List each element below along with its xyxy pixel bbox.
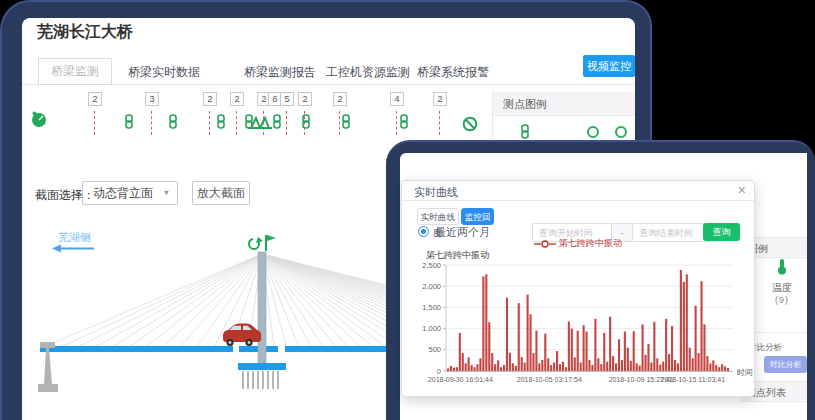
page-title: 芜湖长江大桥 [37, 22, 133, 43]
temperature-label: 温度 [757, 281, 807, 295]
dialog-tab-monitor-playback[interactable]: 监控回放 [461, 208, 494, 225]
svg-text:2018-10-15 11:03:41: 2018-10-15 11:03:41 [661, 376, 726, 383]
sensor-dash [209, 111, 210, 135]
sensor-count-badge: 2 [333, 92, 347, 106]
chain-link-icon [123, 114, 135, 129]
temperature-count: (9) [757, 295, 807, 305]
section-select-dropdown[interactable]: 动态背立面 ▼ [82, 181, 178, 205]
ring-icon [587, 126, 599, 138]
sensor-count-badge: 5 [280, 92, 294, 106]
sensor-dash [236, 111, 237, 135]
svg-text:2018-10-05 03:17:54: 2018-10-05 03:17:54 [517, 376, 582, 383]
chevron-down-icon: ▼ [163, 182, 170, 204]
section-select-value: 动态背立面 [93, 186, 153, 200]
legend-panel-title: 测点图例 [493, 92, 635, 116]
enlarge-section-button[interactable]: 放大截面 [192, 181, 250, 205]
tab-ipc-resource-monitor[interactable]: 工控机资源监测 [326, 64, 410, 81]
refresh-icon [249, 237, 263, 249]
sensor-count-badge: 2 [230, 92, 244, 106]
measure-point-legend-panel: 测点图例 [492, 92, 635, 142]
main-tabbar: 桥梁监测 桥梁实时数据 桥梁监测报告 工控机资源监测 桥梁系统报警 [22, 52, 635, 85]
sensor-count-badge: 2 [433, 92, 447, 106]
sensor-count-badge: 2 [88, 92, 102, 106]
bridge-tower [258, 252, 266, 363]
sensor-dash [151, 111, 152, 135]
sensor-dash [286, 111, 287, 135]
chain-link-icon [519, 124, 531, 139]
svg-text:时间: 时间 [737, 368, 753, 377]
dialog-titlebar: 实时曲线 × [402, 181, 754, 201]
chain-link-icon [167, 114, 179, 129]
sensor-dash [396, 111, 397, 135]
chain-link-icon [271, 114, 283, 129]
chain-link-icon [398, 114, 410, 129]
recent-two-months-radio[interactable] [418, 226, 429, 237]
sensor-count-badge: 3 [145, 92, 159, 106]
car [223, 324, 261, 347]
sensor-count-badge: 4 [390, 92, 404, 106]
pier-cap [238, 363, 286, 370]
ring-icon [615, 126, 627, 138]
svg-text:2018-09-30 16:01:44: 2018-09-30 16:01:44 [428, 376, 493, 383]
flag-icon [266, 235, 276, 251]
vibration-chart: 05001,0001,5002,0002,5002018-09-30 16:01… [402, 259, 756, 397]
tab-bridge-report[interactable]: 桥梁监测报告 [244, 64, 316, 81]
sensor-dash [439, 111, 440, 135]
tab-bridge-realtime-data[interactable]: 桥梁实时数据 [128, 64, 200, 81]
tab-bridge-alarm[interactable]: 桥梁系统报警 [417, 64, 489, 81]
thermometer-icon [776, 258, 788, 275]
pier-piles [243, 371, 278, 389]
gauge-icon [30, 110, 48, 128]
sensor-dash [94, 111, 95, 135]
svg-text:2,000: 2,000 [422, 282, 441, 291]
realtime-curve-dialog: 实时曲线 × 实时曲线图 监控回放 最近两个月 - 查询 第七跨跨中振动 第七跨… [401, 180, 755, 397]
chain-link-icon [340, 114, 352, 129]
dialog-title: 实时曲线 [414, 185, 458, 200]
legend-marker-icon [534, 240, 556, 248]
svg-text:0: 0 [437, 367, 441, 376]
no-entry-icon [462, 116, 478, 132]
dialog-tab-realtime-curve[interactable]: 实时曲线图 [417, 208, 459, 225]
compare-analysis-button[interactable]: 对比分析 [764, 356, 807, 373]
chain-link-icon [215, 114, 227, 129]
sidebar-temperature-item[interactable]: 温度 (9) [757, 258, 807, 305]
chain-link-icon [300, 114, 312, 129]
svg-text:1,000: 1,000 [422, 324, 441, 333]
svg-text:2,500: 2,500 [422, 261, 441, 270]
svg-text:1,500: 1,500 [422, 303, 441, 312]
sensor-count-badge: 2 [298, 92, 312, 106]
close-icon[interactable]: × [738, 182, 746, 198]
svg-text:500: 500 [428, 345, 441, 354]
divider [755, 332, 807, 333]
tab-bridge-monitor[interactable]: 桥梁监测 [38, 58, 112, 85]
video-monitor-button[interactable]: 视频监控 [583, 55, 635, 77]
bridge-sensor-icon [246, 114, 274, 132]
screen: 芜湖长江大桥 桥梁监测 桥梁实时数据 桥梁监测报告 工控机资源监测 桥梁系统报警… [0, 0, 815, 420]
sensor-count-badge: 2 [203, 92, 217, 106]
